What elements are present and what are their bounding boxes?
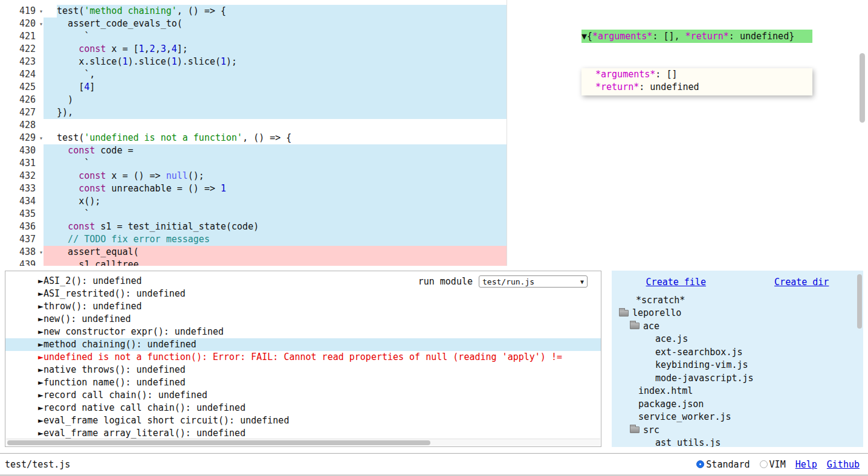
filetree-item[interactable]: src (612, 423, 863, 437)
fold-widget-icon[interactable]: ▾ (39, 246, 43, 259)
value-row[interactable]: *return*: undefined (595, 81, 809, 94)
expand-arrow-icon[interactable]: ► (38, 326, 44, 337)
calltree-row[interactable]: ►eval_frame array_literal(): undefined (5, 427, 601, 440)
calltree-hscrollbar-thumb[interactable] (7, 440, 430, 445)
code-line[interactable]: const code = (44, 144, 868, 157)
value-row[interactable]: *arguments*: [] (595, 68, 809, 81)
editor-line[interactable]: 435 ` (0, 208, 868, 220)
calltree-row[interactable]: ►function name(): undefined (5, 376, 601, 389)
calltree-row[interactable]: ►throw(): undefined (5, 300, 601, 313)
filetree-item-label: leporello (632, 307, 681, 318)
expand-arrow-icon[interactable]: ► (38, 352, 44, 362)
value-inspector[interactable]: ▼{*arguments*: [], *return*: undefined} … (581, 4, 812, 108)
expand-arrow-icon[interactable]: ► (38, 364, 44, 375)
filetree-item[interactable]: ace (612, 320, 863, 333)
filetree-item[interactable]: ast_utils.js (612, 437, 863, 448)
token: 1 (139, 43, 144, 54)
editor-line[interactable]: 434 x(); (0, 195, 868, 208)
github-link[interactable]: Github (827, 459, 860, 470)
editor-line[interactable]: 437 // TODO fix error messages (0, 233, 868, 246)
code-line[interactable]: ` (44, 208, 868, 220)
token: *arguments* (592, 31, 652, 42)
print-margin-line (507, 0, 507, 266)
editor-line[interactable]: 436 const s1 = test_initial_state(code) (0, 220, 868, 233)
value-inspector-header[interactable]: ▼{*arguments*: [], *return*: undefined} (581, 30, 812, 43)
code-line[interactable]: }), (44, 106, 868, 119)
calltree-row[interactable]: ►native throws(): undefined (5, 364, 601, 376)
line-gutter: 422 (0, 43, 44, 56)
code-line[interactable]: const x = () => null(); (44, 170, 868, 182)
editor-line[interactable]: 427 }), (0, 106, 868, 119)
calltree-row[interactable]: ►record call chain(): undefined (5, 389, 601, 402)
filetree-item[interactable]: package.json (612, 397, 863, 411)
code-line[interactable]: const s1 = test_initial_state(code) (44, 220, 868, 233)
code-line[interactable]: x(); (44, 195, 868, 208)
filetree-item[interactable]: leporello (612, 307, 863, 320)
calltree-row[interactable]: ►eval_frame logical short circuit(): und… (5, 414, 601, 427)
calltree-row[interactable]: ►method chaining(): undefined (5, 338, 601, 351)
calltree-row[interactable]: ►new(): undefined (5, 313, 601, 326)
editor-line[interactable]: 433 const unreachable = () => 1 (0, 182, 868, 195)
code-line[interactable]: // TODO fix error messages (44, 233, 868, 246)
code-line[interactable]: const unreachable = () => 1 (44, 182, 868, 195)
editor-line[interactable]: 439 s1.calltree (0, 259, 868, 266)
editor-scrollbar-thumb[interactable] (860, 53, 865, 123)
keybinding-radio-vim[interactable]: VIM (760, 459, 786, 470)
filetree-item[interactable]: *scratch* (612, 294, 863, 307)
token: *return* (595, 82, 639, 92)
expand-arrow-icon[interactable]: ► (38, 301, 44, 312)
filetree-item[interactable]: ace.js (612, 333, 863, 346)
code-line[interactable]: s1.calltree (44, 259, 868, 266)
code-line[interactable] (44, 119, 868, 132)
filetree-item[interactable]: service_worker.js (612, 411, 863, 424)
filetree-scrollbar-thumb[interactable] (857, 274, 862, 329)
calltree-row[interactable]: ►new constructor expr(): undefined (5, 326, 601, 338)
fold-widget-icon[interactable]: ▾ (39, 132, 43, 144)
editor-line[interactable]: 432 const x = () => null(); (0, 170, 868, 182)
token: 4 (172, 43, 177, 54)
filetree-item[interactable]: keybinding-vim.js (612, 359, 863, 372)
code-line[interactable]: ` (44, 157, 868, 170)
calltree-row[interactable]: ►record native call chain(): undefined (5, 402, 601, 414)
editor-line[interactable]: 430 const code = (0, 144, 868, 157)
editor-line[interactable]: 428 (0, 119, 868, 132)
create-dir-link[interactable]: Create dir (774, 277, 829, 288)
editor-line[interactable]: 429▾ test('undefined is not a function',… (0, 132, 868, 144)
calltree-row-label: new constructor expr(): undefined (44, 326, 224, 337)
editor-line[interactable]: 438▾ assert_equal( (0, 246, 868, 259)
line-number: 439 (19, 259, 36, 266)
run-module-selected-value: test/run.js (482, 277, 534, 286)
expand-arrow-icon[interactable]: ► (38, 390, 44, 400)
statusbar: test/test.js Standard VIM Help Github (0, 453, 868, 475)
line-number: 436 (19, 221, 36, 232)
expand-arrow-icon[interactable]: ► (38, 428, 44, 439)
filetree-item[interactable]: ext-searchbox.js (612, 346, 863, 359)
radio-icon[interactable] (760, 460, 768, 468)
code-line[interactable]: assert_equal( (44, 246, 868, 259)
line-number: 419 (19, 5, 36, 16)
expand-arrow-icon[interactable]: ► (38, 314, 44, 324)
fold-widget-icon[interactable]: ▾ (39, 18, 43, 30)
token: assert_code_evals_to( (46, 18, 183, 29)
radio-icon[interactable] (696, 460, 704, 468)
fold-widget-icon[interactable]: ▾ (39, 5, 43, 18)
expand-arrow-icon[interactable]: ► (38, 288, 44, 299)
run-module-select[interactable]: test/run.js ▼ (479, 275, 588, 288)
expand-arrow-icon[interactable]: ► (38, 415, 44, 426)
expand-arrow-icon[interactable]: ► (38, 275, 44, 286)
help-link[interactable]: Help (795, 459, 817, 470)
calltree-row[interactable]: ►ASI_restrited(): undefined (5, 288, 601, 300)
create-file-link[interactable]: Create file (646, 277, 706, 288)
expand-arrow-icon[interactable]: ► (38, 339, 44, 350)
keybinding-radio-standard[interactable]: Standard (696, 459, 750, 470)
expand-arrow-icon[interactable]: ► (38, 377, 44, 388)
filetree-item[interactable]: mode-javascript.js (612, 371, 863, 385)
expand-arrow-icon[interactable]: ► (38, 402, 44, 413)
calltree-row[interactable]: ►undefined is not a function(): Error: F… (5, 351, 601, 364)
code-line[interactable]: test('undefined is not a function', () =… (44, 132, 868, 144)
editor-line[interactable]: 431 ` (0, 157, 868, 170)
code-text: x.slice(1).slice(1).slice(1); (46, 56, 237, 67)
filetree-rows: *scratch*leporelloaceace.jsext-searchbox… (612, 294, 863, 447)
filetree-item[interactable]: index.html (612, 385, 863, 398)
calltree-hscrollbar[interactable] (6, 439, 600, 446)
